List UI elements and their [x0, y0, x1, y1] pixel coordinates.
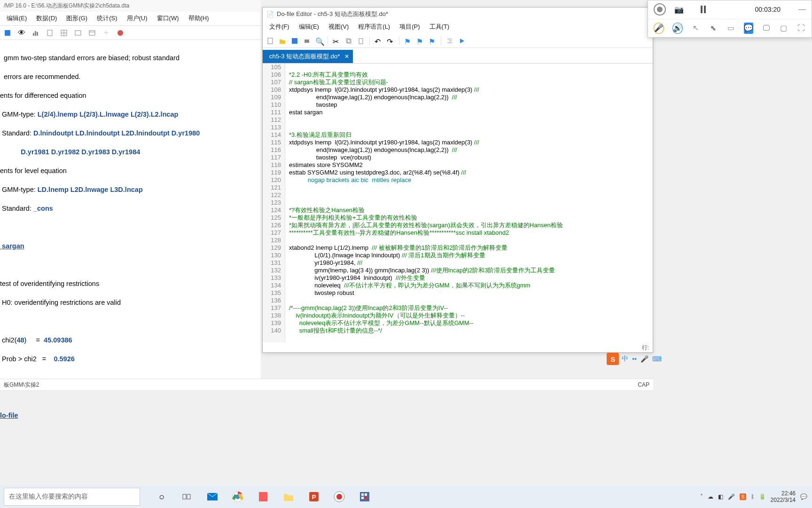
recorder-app-icon[interactable] [332, 489, 347, 504]
output-line: errors are recommended. [0, 72, 261, 81]
menu-help[interactable]: 帮助(H) [184, 12, 214, 25]
undo-icon[interactable]: ↶ [375, 37, 382, 45]
search-icon[interactable]: 🔍 [315, 37, 323, 45]
record-button[interactable] [654, 3, 666, 16]
tray-app-icon[interactable]: ◧ [718, 493, 723, 500]
svg-rect-8 [75, 31, 81, 35]
run-icon[interactable] [458, 37, 466, 45]
output-line: test of overidentifying restrictions [0, 279, 261, 288]
clock-time: 22:46 [771, 490, 796, 497]
bookmark-prev-icon[interactable]: ⚑ [416, 37, 424, 45]
table-icon[interactable] [74, 29, 82, 37]
active-tab[interactable]: ch5-3 短动态面板模型.do* ✕ [263, 50, 353, 63]
new-icon[interactable] [266, 37, 274, 45]
menu-data[interactable]: 数据(D) [31, 12, 62, 25]
tray-chevron-icon[interactable]: ˄ [700, 493, 703, 500]
tray-battery-icon[interactable]: 🔋 [759, 493, 766, 500]
taskbar-clock[interactable]: 22:46 2022/3/14 [771, 490, 796, 503]
indent-icon[interactable] [446, 37, 453, 45]
output-line: ents for level equation [0, 166, 261, 175]
output-line [0, 317, 261, 326]
whiteboard-icon[interactable]: ▭ [726, 23, 735, 34]
svg-rect-32 [361, 493, 364, 496]
separator [399, 37, 399, 45]
minimize-icon[interactable]: — [798, 5, 806, 14]
menu-stat[interactable]: 统计(S) [92, 12, 122, 25]
cortana-icon[interactable]: ○ [154, 489, 169, 504]
menu-project[interactable]: 项目(P) [395, 21, 424, 34]
dofile-titlebar[interactable]: 📄 Do-file Editor - ch5-3 短动态面板模型.do* [263, 8, 653, 21]
menu-graph[interactable]: 图形(G) [62, 12, 92, 25]
tray-bluetooth-icon[interactable]: ᛒ [751, 493, 754, 500]
pointer-tracer-icon[interactable]: ↖ [691, 23, 700, 34]
code-content[interactable]: *2.2 -H0:所有工具变量均有效// sargan检验工具变量过度识别问题-… [285, 64, 653, 342]
separator [369, 37, 370, 45]
pointer-icon[interactable]: ⬉ [709, 23, 718, 34]
print-icon[interactable] [303, 37, 311, 45]
menu-edit[interactable]: 编辑(E) [2, 12, 31, 25]
tray-sogou-icon[interactable]: S [740, 493, 746, 500]
menu-tools[interactable]: 工具(T) [425, 21, 454, 34]
output-line: gmm two-step standard errors are biased;… [0, 53, 261, 63]
spreadsheet-icon[interactable] [88, 29, 96, 37]
windows-taskbar: 在这里输入你要搜索的内容 ○ P ˄ ☁ ◧ 🎤 S ᛒ 🔋 22:46 202… [0, 485, 812, 508]
plus-icon[interactable]: ＋ [102, 29, 110, 37]
chart-icon[interactable] [32, 29, 39, 37]
mail-icon[interactable] [205, 489, 220, 504]
doc-icon[interactable] [46, 29, 54, 37]
menu-edit[interactable]: 编辑(E) [294, 21, 324, 34]
cut-icon[interactable]: ✂ [333, 37, 340, 45]
tab-label: ch5-3 短动态面板模型.do* [269, 52, 340, 61]
bookmark-next-icon[interactable]: ⚑ [429, 37, 436, 45]
tray-onedrive-icon[interactable]: ☁ [708, 493, 713, 500]
stata-app-icon[interactable] [357, 489, 372, 504]
eye-icon[interactable]: 👁 [18, 29, 25, 37]
tray-mic-icon[interactable]: 🎤 [728, 493, 735, 500]
output-line [0, 222, 261, 232]
output-line: Standard: D.lnindoutpt LD.lnindoutpt L2D… [0, 128, 261, 138]
menu-file[interactable]: 文件(F) [265, 21, 294, 34]
open-icon[interactable] [279, 37, 286, 45]
taskbar-search[interactable]: 在这里输入你要搜索的内容 [4, 488, 140, 506]
dofile-toolbar: 🔍 ✂ ↶ ↷ ⚑ ⚑ ⚑ [263, 34, 653, 48]
grid-icon[interactable] [60, 29, 68, 37]
window-icon[interactable]: ▢ [779, 23, 788, 34]
svg-rect-22 [187, 494, 190, 499]
menu-window[interactable]: 窗口(W) [152, 12, 184, 25]
camera-icon[interactable]: 📷 [674, 5, 684, 14]
redo-icon[interactable]: ↷ [387, 37, 394, 45]
chrome-icon[interactable] [230, 489, 245, 504]
svg-rect-16 [347, 40, 351, 43]
taskview-icon[interactable] [180, 489, 195, 504]
ime-indicator[interactable]: S 中 •• 🎤 ⌨ [607, 353, 662, 365]
stop-icon[interactable] [117, 29, 124, 37]
pdf-icon[interactable] [256, 489, 271, 504]
screen-recorder-bar[interactable]: 📷 00:03:20 — 🎤 🔊 ↖ ⬉ ▭ 💬 🖵 ▢ ⛶ [648, 0, 812, 38]
pause-button[interactable] [701, 6, 706, 13]
copy-icon[interactable] [345, 37, 352, 45]
mic-icon[interactable]: 🎤 [654, 23, 664, 34]
explorer-icon[interactable] [281, 489, 296, 504]
dofile-statusbar: 行: [642, 343, 649, 352]
sogou-icon[interactable]: S [607, 353, 619, 365]
screen-icon[interactable]: 🖵 [762, 23, 771, 34]
speaker-icon[interactable]: 🔊 [672, 23, 683, 34]
separator [328, 37, 328, 45]
menu-lang[interactable]: 程序语言(L) [353, 21, 395, 34]
paste-icon[interactable] [357, 37, 365, 45]
powerpoint-icon[interactable]: P [306, 489, 321, 504]
svg-rect-26 [259, 492, 267, 501]
ime-status[interactable]: 中 •• 🎤 ⌨ [622, 355, 662, 363]
notification-icon[interactable]: 💬 [800, 493, 807, 500]
close-icon[interactable]: ✕ [344, 53, 349, 60]
bookmark-icon[interactable]: ⚑ [404, 37, 412, 45]
menu-user[interactable]: 用户(U) [122, 12, 152, 25]
spotlight-icon[interactable]: 💬 [744, 23, 753, 34]
fullscreen-icon[interactable]: ⛶ [797, 23, 806, 34]
output-line [0, 392, 261, 401]
save-icon[interactable] [4, 29, 11, 37]
menu-view[interactable]: 视图(V) [324, 21, 353, 34]
save-disk-icon[interactable] [291, 37, 298, 45]
code-editor[interactable]: 1051061071081091101111121131141151161171… [263, 63, 653, 342]
output-line: Prob > chi2 = 0.5926 [0, 354, 261, 364]
